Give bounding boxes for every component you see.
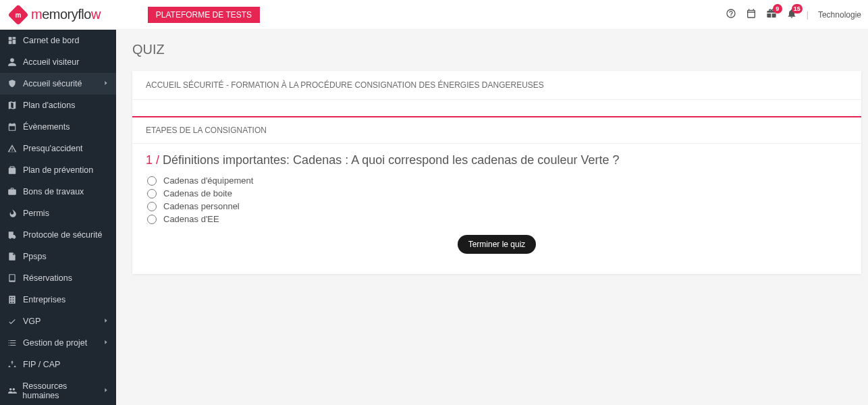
sidebar-item-entreprises[interactable]: Entreprises (0, 289, 116, 310)
sidebar-item-ppsps[interactable]: Ppsps (0, 246, 116, 267)
dashboard-icon (7, 36, 18, 45)
quiz-option-3[interactable]: Cadenas d'EE (147, 213, 848, 225)
user-label[interactable]: Technologie (818, 10, 861, 20)
user-shield-icon (7, 79, 18, 88)
topbar: m memoryflow PLATEFORME DE TESTS 9 15 | … (0, 0, 868, 30)
sidebar-item-label: Plan de prévention (23, 165, 93, 175)
quiz-option-2[interactable]: Cadenas personnel (147, 200, 848, 213)
sidebar: Carnet de bordAccueil visiteurAccueil sé… (0, 30, 116, 405)
check-icon (7, 317, 18, 326)
sidebar-item-label: Accueil sécurité (23, 79, 82, 88)
sidebar-item-presqu-accident[interactable]: Presqu'accident (0, 138, 116, 159)
sidebar-item-permis[interactable]: Permis (0, 202, 116, 224)
tasks-icon (7, 338, 18, 348)
quiz-radio-2[interactable] (147, 202, 157, 211)
sidebar-item-carnet-de-bord[interactable]: Carnet de bord (0, 30, 116, 51)
file-icon (7, 252, 18, 261)
section-header: ETAPES DE LA CONSIGNATION (132, 116, 861, 144)
sidebar-item-label: FIP / CAP (23, 360, 60, 369)
calendar-icon (7, 122, 18, 132)
sidebar-item-plan-d-actions[interactable]: Plan d'actions (0, 94, 116, 116)
sidebar-item--v-nements[interactable]: Évènements (0, 116, 116, 138)
sidebar-item-label: Réservations (23, 273, 72, 283)
quiz-option-0[interactable]: Cadenas d'équipement (147, 174, 848, 187)
book-icon (7, 273, 18, 283)
platform-badge: PLATEFORME DE TESTS (148, 7, 260, 23)
sidebar-item-accueil-s-curit-[interactable]: Accueil sécurité (0, 73, 116, 94)
warning-icon (7, 144, 18, 153)
sidebar-item-label: Presqu'accident (23, 144, 83, 153)
briefcase-icon (7, 187, 18, 196)
sidebar-item-label: Bons de travaux (23, 187, 84, 196)
recycle-icon (7, 360, 18, 369)
quiz-radio-1[interactable] (147, 189, 157, 198)
quiz-option-label: Cadenas de boite (163, 188, 232, 198)
sidebar-item-label: Permis (23, 209, 49, 218)
question-number: 1 / (146, 153, 159, 167)
sidebar-item-label: Évènements (23, 122, 70, 132)
brand-badge-icon: m (7, 4, 28, 25)
sidebar-item-label: Gestion de projet (23, 338, 87, 348)
calendar-icon[interactable] (746, 8, 757, 21)
quiz-option-label: Cadenas d'équipement (163, 176, 253, 186)
brand-name: memoryflow (31, 7, 101, 22)
sidebar-item-label: Accueil visiteur (23, 57, 79, 67)
main-content: QUIZ ACCUEIL SÉCURITÉ - FORMATION À LA P… (116, 30, 868, 405)
gift-count-badge: 9 (773, 4, 782, 14)
breadcrumb: ACCUEIL SÉCURITÉ - FORMATION À LA PROCÉD… (132, 71, 861, 100)
notif-count-badge: 15 (792, 4, 803, 14)
question-line: 1 / Définitions importantes: Cadenas : A… (146, 153, 848, 167)
finish-quiz-button[interactable]: Terminer le quiz (458, 235, 537, 254)
fire-icon (7, 209, 18, 218)
sidebar-item-protocole-de-s-curit-[interactable]: Protocole de sécurité (0, 224, 116, 246)
sidebar-item-accueil-visiteur[interactable]: Accueil visiteur (0, 51, 116, 73)
chevron-right-icon (103, 338, 109, 348)
chevron-right-icon (103, 79, 109, 88)
sidebar-item-label: Carnet de bord (23, 36, 79, 45)
sidebar-item-plan-de-pr-vention[interactable]: Plan de prévention (0, 159, 116, 181)
truck-icon (7, 230, 18, 240)
users-icon (7, 386, 17, 396)
quiz-radio-3[interactable] (147, 215, 157, 224)
sidebar-item-label: Ressources humaines (22, 381, 103, 400)
sidebar-item-ressources-humaines[interactable]: Ressources humaines (0, 375, 116, 405)
sidebar-item-vgp[interactable]: VGP (0, 310, 116, 332)
sidebar-item-label: VGP (23, 317, 40, 326)
topbar-right: 9 15 | Technologie (726, 8, 861, 21)
sidebar-item-r-servations[interactable]: Réservations (0, 267, 116, 289)
page-title: QUIZ (132, 42, 868, 57)
quiz-option-1[interactable]: Cadenas de boite (147, 187, 848, 200)
sidebar-item-label: Ppsps (23, 252, 47, 261)
sidebar-item-label: Plan d'actions (23, 101, 75, 110)
help-icon[interactable] (726, 8, 736, 21)
quiz-option-label: Cadenas d'EE (163, 214, 219, 224)
clipboard-icon (7, 165, 18, 175)
sidebar-item-gestion-de-projet[interactable]: Gestion de projet (0, 332, 116, 354)
chevron-right-icon (103, 386, 109, 396)
sidebar-item-fip-cap[interactable]: FIP / CAP (0, 354, 116, 375)
quiz-option-label: Cadenas personnel (163, 201, 240, 211)
sidebar-item-label: Protocole de sécurité (23, 230, 102, 240)
question-wrap: 1 / Définitions importantes: Cadenas : A… (132, 144, 861, 274)
gift-icon[interactable]: 9 (766, 8, 777, 21)
question-text: Définitions importantes: Cadenas : A quo… (163, 153, 619, 167)
brand-logo[interactable]: m memoryflow (11, 7, 101, 22)
bell-icon[interactable]: 15 (786, 8, 797, 21)
building-icon (7, 295, 18, 304)
map-icon (7, 101, 18, 110)
user-icon (7, 57, 18, 67)
quiz-radio-0[interactable] (147, 176, 157, 186)
sidebar-item-label: Entreprises (23, 295, 65, 304)
separator: | (807, 10, 809, 20)
quiz-card: ACCUEIL SÉCURITÉ - FORMATION À LA PROCÉD… (132, 71, 861, 274)
options-list: Cadenas d'équipementCadenas de boiteCade… (147, 174, 848, 225)
sidebar-item-bons-de-travaux[interactable]: Bons de travaux (0, 181, 116, 202)
chevron-right-icon (103, 317, 109, 326)
